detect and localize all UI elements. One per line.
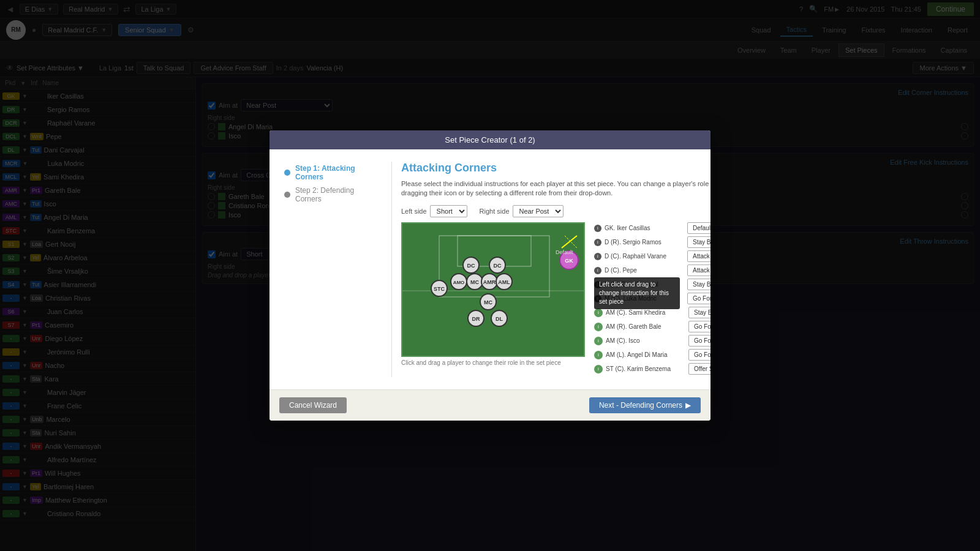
- right-side-label: Right side: [480, 208, 510, 215]
- pitch-area: DC DC AMO MC: [401, 222, 585, 372]
- svg-text:STC: STC: [434, 286, 445, 292]
- left-side-selector: Left side Short: [401, 205, 467, 217]
- svg-text:MC: MC: [470, 279, 479, 285]
- pi-row-ramos: i D (R). Sergio Ramos Stay Back i: [594, 236, 710, 248]
- pi-row-bale: i AM (R). Gareth Bale Go Forward i: [594, 321, 710, 332]
- svg-text:AMO: AMO: [453, 280, 465, 285]
- pi-select-dimaria[interactable]: Go Forward: [688, 349, 710, 361]
- pi-name-dimaria: AM (L). Angel Di Maria: [606, 351, 685, 358]
- right-side-selector: Right side Near Post: [480, 205, 564, 217]
- pi-icons-khedira-l: i: [594, 309, 603, 317]
- svg-text:DC: DC: [494, 263, 502, 269]
- svg-text:GK: GK: [565, 258, 573, 264]
- next-btn-label: Next - Defending Corners: [599, 401, 682, 410]
- right-instructions: i AM (C). Sami Khedira Stay Back If Need…: [594, 307, 710, 375]
- pi-row-benzema: i ST (C). Karim Benzema Offer Short Opti…: [594, 363, 710, 375]
- pi-select-benzema[interactable]: Offer Short Option: [688, 363, 710, 375]
- left-side-select[interactable]: Short: [430, 205, 467, 217]
- pi-select-modric[interactable]: Go Forward: [687, 293, 710, 304]
- svg-text:Default: Default: [556, 249, 573, 255]
- step-2-label: Step 2: Defending Corners: [295, 186, 380, 203]
- step-1-dot: [284, 170, 290, 176]
- pi-info-btn-dimaria-l[interactable]: i: [594, 351, 603, 359]
- svg-text:DC: DC: [467, 263, 475, 269]
- attacking-corners-title: Attacking Corners: [401, 162, 710, 174]
- modal-body: Step 1: Attacking Corners Step 2: Defend…: [270, 149, 710, 390]
- pi-name-isco: AM (C). Isco: [606, 337, 685, 344]
- modal-footer: Cancel Wizard Next - Defending Corners ▶: [270, 389, 710, 421]
- pi-row-pepe: i D (C). Pepe Attack Near Post i: [594, 264, 710, 276]
- pi-select-bale[interactable]: Go Forward: [688, 321, 710, 332]
- set-piece-creator-modal: Set Piece Creator (1 of 2) Step 1: Attac…: [270, 130, 710, 421]
- side-selectors: Left side Short Right side Near Post: [401, 205, 710, 217]
- pi-select-pepe[interactable]: Attack Near Post: [687, 264, 710, 276]
- wizard-sidebar: Step 1: Attacking Corners Step 2: Defend…: [282, 162, 392, 378]
- pi-icons-bale-l: i: [594, 323, 603, 331]
- pi-row-isco: i AM (C). Isco Go Forward i: [594, 335, 710, 347]
- modal-content-area: Step 1: Attacking Corners Step 2: Defend…: [282, 162, 698, 378]
- pi-info-varane[interactable]: i: [594, 253, 601, 260]
- right-side-select[interactable]: Near Post: [513, 205, 564, 217]
- pi-select-ramos[interactable]: Stay Back: [687, 236, 710, 248]
- modal-header: Set Piece Creator (1 of 2): [270, 130, 710, 149]
- next-arrow-icon: ▶: [685, 401, 691, 410]
- modal-title: Set Piece Creator (1 of 2): [445, 135, 535, 144]
- pi-name-pepe: D (C). Pepe: [605, 267, 684, 274]
- pi-name-ramos: D (R). Sergio Ramos: [605, 239, 684, 246]
- svg-text:MC: MC: [484, 299, 492, 305]
- pi-select-khedira[interactable]: Stay Back If Needed: [688, 307, 710, 318]
- step-2-item[interactable]: Step 2: Defending Corners: [282, 184, 382, 206]
- pi-info-btn-bale-l[interactable]: i: [594, 323, 603, 331]
- pi-name-benzema: ST (C). Karim Benzema: [606, 365, 685, 372]
- pi-name-varane: D (C). Raphaël Varane: [605, 253, 684, 260]
- svg-line-3: [562, 236, 577, 248]
- pi-row-dimaria: i AM (L). Angel Di Maria Go Forward i: [594, 349, 710, 361]
- pi-info-ramos[interactable]: i: [594, 239, 601, 246]
- modal-description: Please select the individual instruction…: [401, 179, 710, 198]
- pi-icons-benzema-l: i: [594, 365, 603, 373]
- pi-name-khedira: AM (C). Sami Khedira: [606, 309, 685, 316]
- step-1-label: Step 1: Attacking Corners: [295, 164, 380, 181]
- pi-icons-dimaria-l: i: [594, 351, 603, 359]
- click-drag-hint: Click and drag a player to change their …: [401, 359, 585, 366]
- pitch-tooltip: Left click and drag to change instructio…: [594, 277, 680, 309]
- pi-info-btn-benzema-l[interactable]: i: [594, 365, 603, 373]
- next-defending-corners-button[interactable]: Next - Defending Corners ▶: [589, 397, 701, 413]
- pi-select-carvajal[interactable]: Stay Back: [687, 279, 710, 290]
- svg-text:DL: DL: [496, 316, 503, 322]
- pi-row-casillas: i GK. Iker Casillas Default i: [594, 222, 710, 234]
- pi-select-varane[interactable]: Attack Far Post: [687, 250, 710, 262]
- tooltip-text: Left click and drag to change instructio…: [599, 281, 669, 305]
- pi-select-casillas[interactable]: Default: [687, 222, 710, 234]
- wizard-main-content: Attacking Corners Please select the indi…: [401, 162, 710, 378]
- pitch-svg: DC DC AMO MC: [401, 222, 585, 357]
- pitch-and-instructions: DC DC AMO MC: [401, 222, 710, 377]
- left-side-label: Left side: [401, 208, 427, 215]
- svg-text:AMR: AMR: [483, 279, 496, 285]
- pi-info-btn-isco-l[interactable]: i: [594, 337, 603, 345]
- step-1-item[interactable]: Step 1: Attacking Corners: [282, 162, 382, 184]
- step-2-dot: [284, 192, 290, 198]
- pi-icons-isco-l: i: [594, 337, 603, 345]
- pi-name-casillas: GK. Iker Casillas: [605, 225, 684, 231]
- pi-name-bale: AM (R). Gareth Bale: [606, 323, 685, 330]
- pi-info-casillas[interactable]: i: [594, 225, 601, 232]
- pi-row-varane: i D (C). Raphaël Varane Attack Far Post …: [594, 250, 710, 262]
- pi-select-isco[interactable]: Go Forward: [688, 335, 710, 347]
- pitch-wrapper: DC DC AMO MC: [401, 222, 585, 357]
- pi-info-btn-khedira-l[interactable]: i: [594, 309, 603, 317]
- cancel-wizard-button[interactable]: Cancel Wizard: [279, 397, 347, 413]
- pi-info-pepe[interactable]: i: [594, 267, 601, 274]
- svg-text:AML: AML: [498, 279, 510, 285]
- svg-text:DR: DR: [472, 316, 480, 322]
- modal-overlay: Set Piece Creator (1 of 2) Step 1: Attac…: [0, 0, 980, 551]
